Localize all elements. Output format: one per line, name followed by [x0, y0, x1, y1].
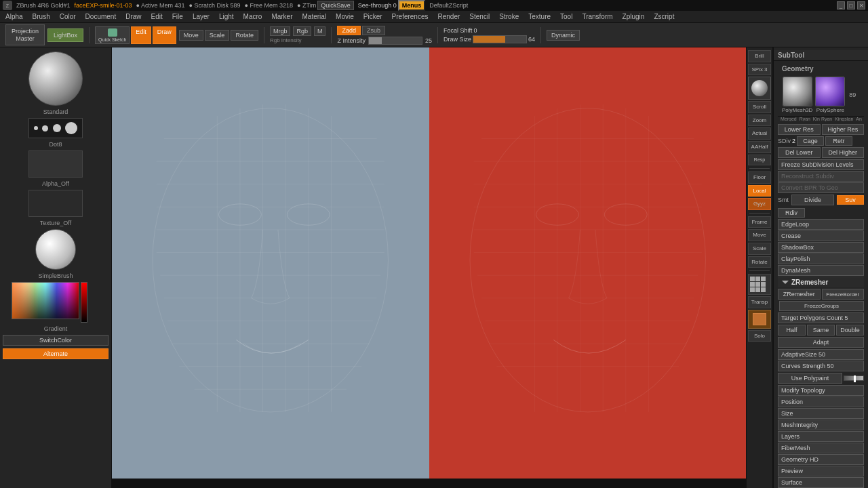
alpha-box[interactable]	[28, 150, 83, 178]
menu-tool[interactable]: Tool	[557, 12, 575, 22]
layers-button[interactable]: Layers	[778, 431, 864, 442]
rgb-button[interactable]: Rgb	[293, 26, 311, 36]
crease-button[interactable]: Crease	[778, 230, 864, 241]
reconstruct-subdiv-button[interactable]: Reconstruct Subdiv	[778, 171, 864, 182]
menu-marker[interactable]: Marker	[269, 12, 295, 22]
close-button[interactable]: ✕	[857, 1, 865, 9]
thumbnail-polymesh3d[interactable]	[783, 77, 812, 106]
rdiv-button[interactable]: Rdiv	[778, 208, 805, 218]
zadd-button[interactable]: Zadd	[337, 26, 361, 35]
suv-button[interactable]: Suv	[837, 195, 864, 205]
menu-transform[interactable]: Transform	[579, 12, 615, 22]
alternate-button[interactable]: Alternate	[3, 348, 108, 359]
dynamic-button[interactable]: Dynamic	[547, 30, 580, 41]
switch-color-button[interactable]: SwitchColor	[3, 335, 108, 346]
menu-layer[interactable]: Layer	[190, 12, 212, 22]
target-polygons-button[interactable]: Target Polygons Count 5	[778, 312, 864, 323]
menu-zplugin[interactable]: Zplugin	[620, 12, 648, 22]
preview-button[interactable]: Preview	[778, 466, 864, 476]
menu-zscript[interactable]: Zscript	[651, 12, 677, 22]
mesh-integrity-button[interactable]: MeshIntegrity	[778, 420, 864, 430]
color-hue-bar[interactable]	[81, 282, 87, 323]
menu-file[interactable]: File	[170, 12, 186, 22]
lightbox-button[interactable]: LightBox	[47, 28, 83, 42]
higher-res-button[interactable]: Higher Res	[822, 124, 865, 135]
freeze-subdiv-button[interactable]: Freeze SubDivision Levels	[778, 159, 864, 170]
del-lower-button[interactable]: Del Lower	[778, 147, 821, 158]
rt-rotate-button[interactable]: Rotate	[748, 256, 771, 268]
brush-sphere[interactable]	[28, 52, 83, 106]
rt-local-button[interactable]: Local	[748, 185, 771, 197]
mrgb-button[interactable]: Mrgb	[270, 26, 291, 36]
dynamesh-button[interactable]: DynaMesh	[778, 265, 864, 276]
adapt-button[interactable]: Adapt	[778, 337, 864, 348]
geometry-hd-button[interactable]: Geometry HD	[778, 454, 864, 465]
freeze-groups-button[interactable]: FreezeGroups	[779, 301, 864, 311]
lower-res-button[interactable]: Lower Res	[778, 124, 821, 135]
rt-transp-button[interactable]: Transp	[748, 296, 771, 308]
retr-button[interactable]: Retr	[825, 136, 852, 146]
position-button[interactable]: Position	[778, 396, 864, 407]
rt-scale-button[interactable]: Scale	[748, 243, 771, 255]
rt-floor-button[interactable]: Floor	[748, 171, 771, 184]
zremesher-button[interactable]: ZRemesher	[778, 289, 821, 300]
draw-button[interactable]: Draw	[153, 26, 176, 44]
menu-stencil[interactable]: Stencil	[467, 12, 492, 22]
curves-strength-button[interactable]: Curves Strength 50	[778, 361, 864, 371]
rt-sphere-display[interactable]	[748, 77, 771, 100]
rt-scroll-button[interactable]: Scroll	[748, 101, 771, 113]
fiber-mesh-button[interactable]: FiberMesh	[778, 443, 864, 453]
rt-spix-button[interactable]: SPix 3	[748, 64, 771, 76]
menu-macro[interactable]: Macro	[241, 12, 265, 22]
menu-color[interactable]: Color	[57, 12, 79, 22]
menus-button[interactable]: Menus	[398, 0, 426, 11]
move-button[interactable]: Move	[179, 30, 203, 41]
adaptive-size-button[interactable]: AdaptiveSize 50	[778, 349, 864, 360]
rt-solo-button[interactable]: Solo	[748, 330, 771, 342]
color-intensity-handle[interactable]	[854, 375, 856, 382]
shadowbox-button[interactable]: ShadowBox	[778, 242, 864, 253]
rt-move-button[interactable]: Move	[748, 229, 771, 241]
modify-topology-button[interactable]: Modify Topology	[778, 385, 864, 396]
rt-color-swatch[interactable]	[748, 310, 771, 329]
cage-button[interactable]: Cage	[797, 136, 824, 146]
rotate-button[interactable]: Rotate	[231, 30, 258, 41]
use-polypaint-button[interactable]: Use Polypaint	[778, 373, 842, 384]
material-sphere[interactable]	[35, 229, 76, 270]
m-button[interactable]: M	[314, 26, 326, 36]
convert-to-geo-button[interactable]: Convert BPR To Geo	[778, 182, 864, 193]
canvas-area[interactable]	[112, 47, 746, 488]
menu-movie[interactable]: Movie	[333, 12, 357, 22]
del-higher-button[interactable]: Del Higher	[822, 147, 865, 158]
quick-sketch-button[interactable]: Quick Sketch	[95, 26, 130, 44]
menu-render[interactable]: Render	[435, 12, 463, 22]
quicksave-button[interactable]: QuickSave	[317, 1, 354, 10]
color-picker[interactable]	[12, 282, 79, 319]
rt-floor2-button[interactable]	[748, 274, 771, 295]
menu-texture[interactable]: Texture	[526, 12, 553, 22]
projection-master-button[interactable]: Projection Master	[5, 24, 45, 46]
zremesher-section-header[interactable]: ZRemesher	[778, 277, 864, 287]
double-button[interactable]: Double	[836, 325, 864, 336]
minimize-button[interactable]: _	[837, 1, 845, 9]
menu-preferences[interactable]: Preferences	[389, 12, 431, 22]
divide-button[interactable]: Divide	[791, 195, 834, 205]
edit-button[interactable]: Edit	[131, 26, 151, 44]
same-button[interactable]: Same	[807, 325, 835, 336]
edgeloop-button[interactable]: EdgeLoop	[778, 219, 864, 230]
rt-frame-button[interactable]: Frame	[748, 216, 771, 228]
menu-alpha[interactable]: Alpha	[3, 12, 26, 22]
menu-light[interactable]: Light	[216, 12, 237, 22]
menu-edit[interactable]: Edit	[149, 12, 165, 22]
rt-actual-button[interactable]: Actual	[748, 127, 771, 140]
size-button[interactable]: Size	[778, 408, 864, 419]
menu-draw[interactable]: Draw	[123, 12, 144, 22]
rt-zoom-button[interactable]: Zoom	[748, 115, 771, 127]
rt-aahalf-button[interactable]: AAHalf	[748, 141, 771, 153]
rt-resp-button[interactable]: Resp	[748, 155, 771, 165]
menu-picker[interactable]: Picker	[361, 12, 385, 22]
menu-material[interactable]: Material	[300, 12, 330, 22]
menu-brush[interactable]: Brush	[30, 12, 53, 22]
menu-stroke[interactable]: Stroke	[496, 12, 521, 22]
freeze-border-button[interactable]: FreezeBorder	[822, 289, 865, 300]
